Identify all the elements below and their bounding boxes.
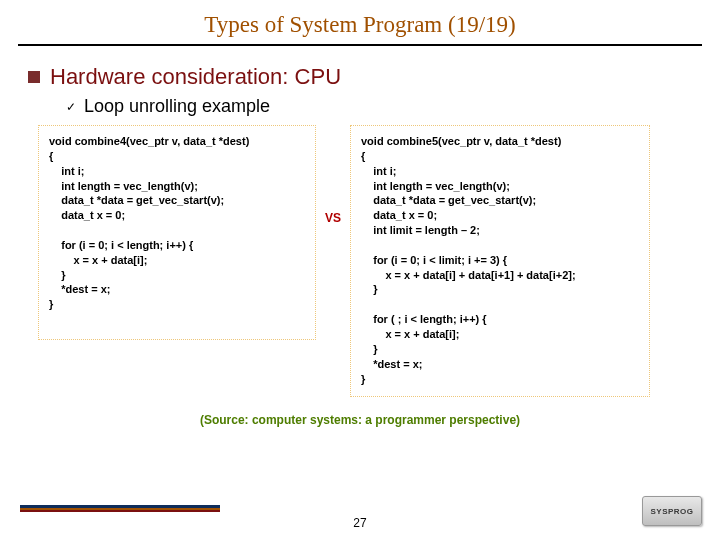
title-divider bbox=[18, 44, 702, 46]
main-bullet-row: Hardware consideration: CPU bbox=[28, 64, 692, 90]
logo-text: SYSPROG bbox=[650, 507, 693, 516]
code-block-combine4: void combine4(vec_ptr v, data_t *dest) {… bbox=[38, 125, 316, 340]
bar-maroon bbox=[20, 510, 220, 512]
check-icon: ✓ bbox=[66, 100, 76, 114]
footer-color-bar bbox=[20, 505, 220, 512]
content-area: Hardware consideration: CPU ✓ Loop unrol… bbox=[0, 58, 720, 427]
code-comparison-row: void combine4(vec_ptr v, data_t *dest) {… bbox=[38, 125, 682, 397]
vs-label: VS bbox=[322, 125, 344, 225]
page-number: 27 bbox=[0, 516, 720, 530]
square-bullet-icon bbox=[28, 71, 40, 83]
code-block-combine5: void combine5(vec_ptr v, data_t *dest) {… bbox=[350, 125, 650, 397]
main-bullet-text: Hardware consideration: CPU bbox=[50, 64, 341, 90]
footer: 27 SYSPROG bbox=[0, 500, 720, 530]
sub-bullet-text: Loop unrolling example bbox=[84, 96, 270, 117]
logo-badge: SYSPROG bbox=[642, 496, 702, 526]
sub-bullet-row: ✓ Loop unrolling example bbox=[66, 96, 692, 117]
slide-title: Types of System Program (19/19) bbox=[0, 0, 720, 44]
source-citation: (Source: computer systems: a programmer … bbox=[28, 413, 692, 427]
